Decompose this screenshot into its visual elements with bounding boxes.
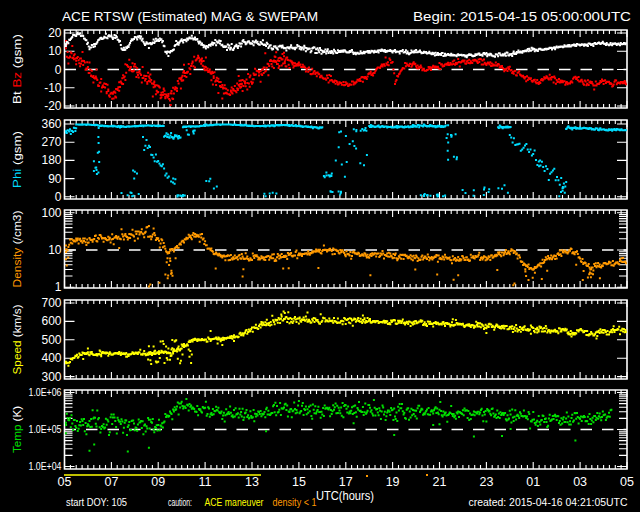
svg-text:20: 20 <box>48 26 62 40</box>
svg-text:-20: -20 <box>44 99 62 113</box>
svg-text:180: 180 <box>41 153 61 167</box>
svg-text:created: 2015-04-16 04:21:05UT: created: 2015-04-16 04:21:05UTC <box>469 496 628 508</box>
svg-text:400: 400 <box>41 351 61 365</box>
svg-text:01: 01 <box>526 475 540 489</box>
svg-text:13: 13 <box>245 475 259 489</box>
svg-text:600: 600 <box>41 314 61 328</box>
svg-text:1.0E+05: 1.0E+05 <box>29 423 62 435</box>
svg-text:UTC(hours): UTC(hours) <box>316 488 374 503</box>
svg-text:05: 05 <box>620 475 634 489</box>
svg-text:09: 09 <box>151 475 165 489</box>
svg-text:03: 03 <box>573 475 587 489</box>
svg-text:17: 17 <box>339 475 353 489</box>
svg-text:10: 10 <box>48 44 62 58</box>
svg-text:ACE RTSW (Estimated) MAG & SWE: ACE RTSW (Estimated) MAG & SWEPAM <box>62 9 318 24</box>
svg-text:700: 700 <box>41 296 61 310</box>
svg-text:100: 100 <box>41 206 61 220</box>
svg-text:05: 05 <box>58 475 72 489</box>
svg-text:0: 0 <box>55 63 62 77</box>
svg-text:500: 500 <box>41 333 61 347</box>
svg-text:Phi (gsm): Phi (gsm) <box>11 131 23 188</box>
svg-text:start DOY: 105: start DOY: 105 <box>66 496 127 508</box>
svg-text:1.0E+06: 1.0E+06 <box>29 386 62 398</box>
svg-text:Density (/cm3): Density (/cm3) <box>11 210 23 287</box>
svg-text:Begin: 2015-04-15 05:00:00UTC: Begin: 2015-04-15 05:00:00UTC <box>413 9 631 24</box>
svg-text:90: 90 <box>48 172 62 186</box>
svg-text:07: 07 <box>104 475 118 489</box>
svg-text:Bt Bz (gsm): Bt Bz (gsm) <box>11 34 23 104</box>
svg-text:270: 270 <box>41 135 61 149</box>
svg-text:19: 19 <box>386 475 400 489</box>
svg-text:density < 1: density < 1 <box>273 496 317 508</box>
svg-text:caution:: caution: <box>168 496 192 508</box>
svg-text:Temp (K): Temp (K) <box>11 406 23 453</box>
svg-text:1: 1 <box>55 280 62 294</box>
svg-text:0: 0 <box>55 190 62 204</box>
svg-text:11: 11 <box>199 475 212 489</box>
svg-text:23: 23 <box>479 475 493 489</box>
svg-text:ACE maneuver: ACE maneuver <box>205 496 264 508</box>
svg-text:21: 21 <box>433 475 447 489</box>
svg-text:10: 10 <box>48 243 62 257</box>
svg-text:1.0E+04: 1.0E+04 <box>29 460 62 472</box>
svg-text:-10: -10 <box>44 81 62 95</box>
svg-text:15: 15 <box>292 475 306 489</box>
svg-text:Speed (km/s): Speed (km/s) <box>11 304 23 374</box>
svg-text:300: 300 <box>41 370 61 384</box>
svg-text:360: 360 <box>41 117 61 131</box>
